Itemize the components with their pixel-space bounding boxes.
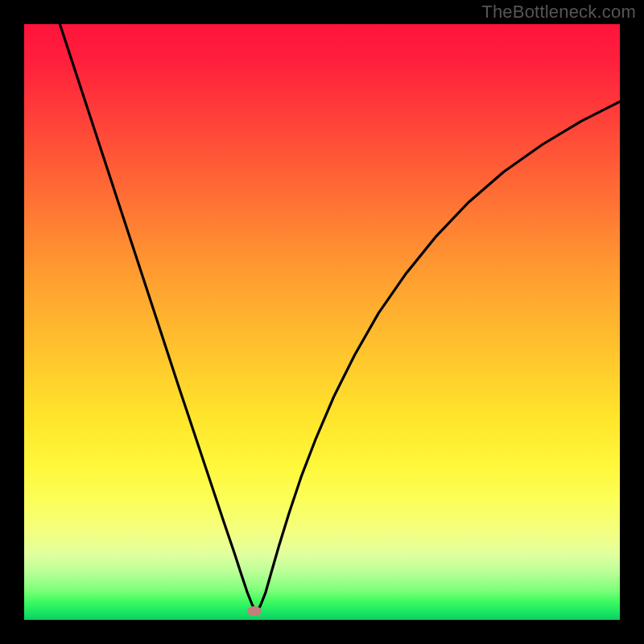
watermark-text: TheBottleneck.com — [481, 2, 636, 23]
curve-svg — [24, 24, 620, 620]
plot-area — [24, 24, 620, 620]
chart-frame: TheBottleneck.com — [0, 0, 644, 644]
optimal-point-marker — [247, 606, 262, 616]
bottleneck-curve — [60, 24, 620, 613]
